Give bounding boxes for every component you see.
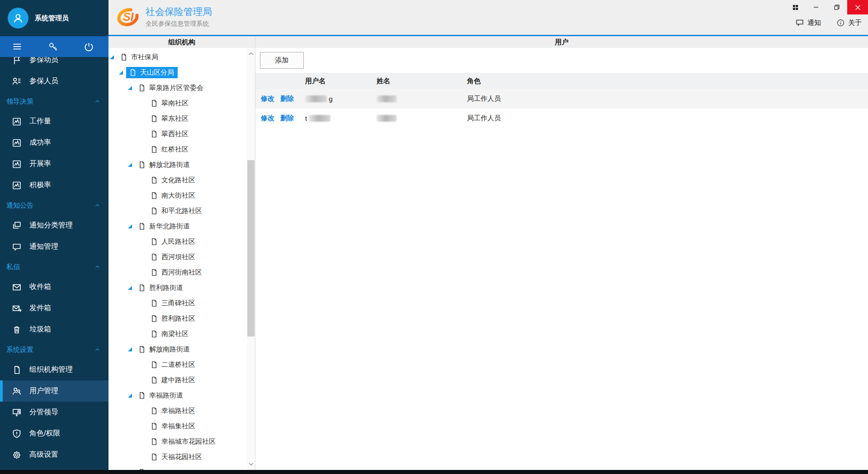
avatar[interactable] [8,8,28,28]
hamburger-menu-icon[interactable] [12,41,23,52]
minimize-button[interactable] [806,0,826,14]
tree-node[interactable]: 二道桥社区 [108,357,247,372]
expand-arrow-icon[interactable] [137,317,144,321]
expand-arrow-icon[interactable] [137,270,144,275]
expand-arrow-icon[interactable] [137,240,144,244]
sidebar-item-mail[interactable]: 收件箱 [0,276,108,298]
tree-node[interactable]: 翠泉路片区管委会 [108,80,247,95]
sidebar-section-header[interactable]: 通知公告 [0,196,108,215]
sidebar-section-label: 系统设置 [6,346,33,354]
expand-arrow-icon[interactable] [137,255,144,259]
expand-arrow-icon[interactable] [128,393,132,398]
expand-arrow-icon[interactable] [137,147,144,152]
org-node-icon [137,391,146,400]
tree-node[interactable]: 胜利路街道 [108,280,247,295]
expand-arrow-icon[interactable] [137,132,144,136]
tree-node[interactable]: 人民路社区 [108,234,247,249]
sidebar-item-chart[interactable]: 开展率 [0,153,108,175]
sidebar-item-chart[interactable]: 积极率 [0,175,108,196]
sidebar-item-chart[interactable]: 成功率 [0,132,108,153]
tree-node[interactable]: 幸福城市花园社区 [108,434,247,449]
expand-arrow-icon[interactable] [110,55,114,59]
window-grid-button[interactable] [785,0,806,14]
sidebar-item-org[interactable]: 组织机构管理 [0,359,108,380]
tree-node[interactable]: 西河坝社区 [108,249,247,265]
edit-link[interactable]: 修改 [261,114,274,123]
sidebar-section-header[interactable]: 领导决策 [0,92,108,111]
tree-node[interactable]: 解放南路街道 [108,341,247,357]
scroll-down-icon[interactable] [247,460,255,467]
tree-node[interactable]: 和平北路社区 [108,203,247,218]
notifications-button[interactable]: 通知 [795,18,821,27]
sidebar-item-person-list[interactable]: 参保人员 [0,71,108,92]
tree-node[interactable]: 西河街南社区 [108,265,247,280]
tree-node[interactable] [108,465,247,470]
sidebar-item-shield[interactable]: 角色/权限 [0,423,108,444]
tree-node[interactable]: 胜利路社区 [108,311,247,326]
about-button[interactable]: 关于 [836,19,862,27]
power-icon[interactable] [84,42,94,52]
tree-node[interactable]: 翠西社区 [108,126,247,142]
edit-link[interactable]: 修改 [261,95,274,103]
scroll-up-icon[interactable] [247,51,255,57]
expand-arrow-icon[interactable] [137,424,144,428]
tree-node[interactable]: 南大街社区 [108,188,247,203]
expand-arrow-icon[interactable] [137,117,144,121]
expand-arrow-icon[interactable] [137,178,144,182]
tree-node[interactable]: 翠南社区 [108,95,247,111]
sidebar-section-header[interactable]: 系统设置 [0,340,108,359]
taskbar-edge[interactable] [0,470,868,474]
expand-arrow-icon[interactable] [137,101,144,105]
expand-arrow-icon[interactable] [137,440,144,444]
tree-node[interactable]: 市社保局 [108,49,247,65]
sidebar-item-bubble[interactable]: 通知管理 [0,236,108,257]
expand-arrow-icon[interactable] [128,347,132,351]
tree-scrollbar[interactable] [247,48,255,470]
tree-node[interactable]: 建中路社区 [108,372,247,388]
tree-node[interactable]: 幸福路社区 [108,403,247,418]
sidebar-item-copy[interactable]: 通知分类管理 [0,215,108,236]
tree-node[interactable]: 天山区分局 [108,65,247,80]
expand-arrow-icon[interactable] [137,209,144,213]
tree-node[interactable]: 幸福集社区 [108,418,247,434]
scrollbar-thumb[interactable] [247,160,255,337]
tree-node[interactable]: 南梁社区 [108,326,247,341]
tree-node[interactable]: 新华北路街道 [108,218,247,234]
sidebar-item-users[interactable]: 用户管理 [0,380,108,402]
sidebar-item-mail-send[interactable]: 发件箱 [0,298,108,319]
expand-arrow-icon[interactable] [128,163,132,167]
sidebar-item-chart[interactable]: 工作量 [0,111,108,132]
tree-node[interactable]: 红桥社区 [108,142,247,157]
sidebar-item-gear[interactable]: 高级设置 [0,444,108,465]
key-icon[interactable] [48,42,58,52]
expand-arrow-icon[interactable] [137,409,144,413]
delete-link[interactable]: 删除 [280,95,294,103]
expand-arrow-icon[interactable] [137,301,144,305]
tree-node[interactable]: 文化路社区 [108,172,247,188]
delete-link[interactable]: 删除 [280,114,294,123]
tree-node[interactable]: 三甬碑社区 [108,295,247,311]
tree-node[interactable]: 幸福路街道 [108,388,247,403]
add-user-button[interactable]: 添加 [260,52,304,69]
restore-button[interactable] [826,0,847,14]
expand-arrow-icon[interactable] [137,332,144,336]
expand-arrow-icon[interactable] [137,194,144,198]
sidebar-item-trash[interactable]: 垃圾箱 [0,319,108,340]
tree-node-label: 建中路社区 [161,376,195,384]
sidebar-item-flag[interactable]: 参保动员 [0,57,108,71]
expand-arrow-icon[interactable] [137,455,144,459]
expand-arrow-icon[interactable] [137,363,144,367]
expand-arrow-icon[interactable] [119,71,123,75]
person-list-icon [12,76,22,86]
expand-arrow-icon[interactable] [128,224,132,228]
tree-node-label: 幸福城市花园社区 [161,437,216,446]
sidebar-section-header[interactable]: 私信 [0,257,108,276]
expand-arrow-icon[interactable] [128,286,132,290]
expand-arrow-icon[interactable] [128,86,132,90]
tree-node[interactable]: 翠东社区 [108,111,247,126]
expand-arrow-icon[interactable] [137,378,144,382]
close-button[interactable] [847,0,868,14]
tree-node[interactable]: 解放北路街道 [108,157,247,172]
sidebar-item-monitor-user[interactable]: 分管领导 [0,402,108,423]
tree-node[interactable]: 天福花园社区 [108,449,247,465]
